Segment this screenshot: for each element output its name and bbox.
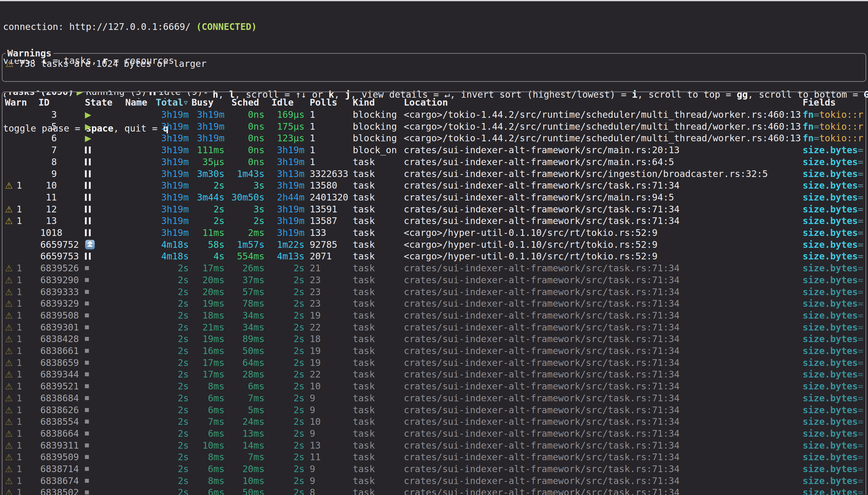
task-row[interactable]: ⚠168384282s19ms89ms2s18taskcrates/sui-in… [2,333,866,345]
task-row[interactable]: ⚠168393332s20ms57ms2s23taskcrates/sui-in… [2,286,866,298]
task-row[interactable]: 83h19m35µs0ns3h19m1taskcrates/sui-indexe… [2,156,866,168]
state-completed-icon [85,455,89,459]
task-state [85,203,91,215]
task-row[interactable]: 3▶3h19m3h19m0ns169µs1blocking<cargo>/tok… [2,109,866,121]
warning-icon: ⚠ [5,346,13,356]
task-row[interactable]: ⚠168395262s17ms26ms2s21taskcrates/sui-in… [2,262,866,274]
column-header-state[interactable]: State [85,97,112,108]
task-row[interactable]: ⚠168386742s8ms10ms2s9taskcrates/sui-inde… [2,475,866,487]
task-kind: task [353,380,375,392]
task-row[interactable]: ⚠168395082s18ms34ms2s19taskcrates/sui-in… [2,309,866,321]
warn-icon-cell: ⚠ [5,215,13,227]
task-row[interactable]: ⚠168395212s8ms6ms2s10taskcrates/sui-inde… [2,380,866,392]
task-row[interactable]: 73h19m111ms0ns3h19m1block_oncrates/sui-i… [2,144,866,156]
sched-duration: 28ms [232,368,265,380]
total-duration: 3h19m [156,144,189,156]
task-location: crates/sui-indexer-alt-framework/src/tas… [404,416,680,428]
task-row[interactable]: 6▶3h19m3h19m0ns123µs1blocking<cargo>/tok… [2,132,866,144]
sched-duration: 89ms [232,333,265,345]
task-row[interactable]: 113h19m3m44s30m50s2h44m2401320taskcrates… [2,191,866,203]
idle-duration: 2s [271,428,304,440]
field-equals: = [858,405,864,415]
task-row[interactable]: ⚠168395092s8ms7ms2s11taskcrates/sui-inde… [2,451,866,463]
task-kind: task [353,404,375,416]
warn-count: 1 [16,463,22,475]
warn-count: 1 [16,215,22,227]
task-row[interactable]: 66597534m18s4s554ms4m13s2071task<cargo>/… [2,250,866,262]
task-row[interactable]: ⚠168385022s6ms50ms2s8taskcrates/sui-inde… [2,487,866,495]
task-row[interactable]: ⚠168386642s6ms13ms2s9taskcrates/sui-inde… [2,428,866,440]
task-row[interactable]: 5▶3h19m3h19m0ns175µs1blocking<cargo>/tok… [2,121,866,133]
column-header-name[interactable]: Name [125,97,147,108]
polls-count: 9 [310,463,315,475]
task-row[interactable]: ⚠168392902s20ms37ms2s23taskcrates/sui-in… [2,274,866,286]
busy-duration: 8ms [191,451,224,463]
task-row[interactable]: ⚠168387142s6ms20ms2s9taskcrates/sui-inde… [2,463,866,475]
task-row[interactable]: ⚠168393012s21ms34ms2s22taskcrates/sui-in… [2,321,866,333]
task-fields: size.bytes= [803,274,864,286]
task-row[interactable]: ⚠168385542s7ms24ms2s10taskcrates/sui-ind… [2,416,866,428]
warn-icon-cell: ⚠ [5,297,13,309]
column-header-busy[interactable]: Busy [191,97,214,108]
polls-count: 1 [310,109,315,121]
task-kind: blocking [353,132,397,144]
idle-duration: 3h19m [271,227,304,239]
column-header-total[interactable]: Total▿ [156,97,187,108]
task-fields: size.bytes= [803,191,864,203]
task-row[interactable]: 66597524m18s58s1m57s1m22s92785task<cargo… [2,239,866,251]
state-completed-icon [85,361,89,365]
task-row[interactable]: ⚠1133h19m2s2s3h19m13587taskcrates/sui-in… [2,215,866,227]
total-duration: 2s [156,345,189,357]
sched-duration: 554ms [232,250,265,262]
field-equals: = [858,298,864,309]
column-header-sched[interactable]: Sched [232,97,259,108]
task-row[interactable]: ⚠168386262s6ms5ms2s9taskcrates/sui-index… [2,404,866,416]
warn-count: 1 [16,203,22,215]
field-value: tokio::r [819,121,864,132]
task-row[interactable]: ⚠1123h19m2s3s3h19m13591taskcrates/sui-in… [2,203,866,215]
task-row[interactable]: ⚠168386592s17ms64ms2s19taskcrates/sui-in… [2,357,866,369]
column-header-kind[interactable]: Kind [353,97,375,108]
column-header-warn[interactable]: Warn [5,97,27,108]
task-location: crates/sui-indexer-alt-framework/src/tas… [404,274,680,286]
task-row[interactable]: ⚠168386612s16ms50ms2s19taskcrates/sui-in… [2,345,866,357]
task-location: crates/sui-indexer-alt-framework/src/tas… [404,297,680,309]
warning-icon: ⚠ [5,322,13,332]
total-duration: 3h19m [156,132,189,144]
warning-icon: ⚠ [5,440,13,451]
task-id: 6839509 [40,451,79,463]
sched-duration: 0ns [232,121,265,133]
task-row[interactable]: ⚠168386842s6ms7ms2s9taskcrates/sui-index… [2,392,866,404]
column-header-id[interactable]: ID [38,97,49,108]
warning-icon: ⚠ [5,358,13,368]
column-header-polls[interactable]: Polls [310,97,337,108]
sched-duration: 34ms [232,309,265,321]
warn-count: 1 [16,392,22,404]
busy-duration: 35µs [191,156,224,168]
task-row[interactable]: 93h19m3m30s1m43s3h13m3322633taskcrates/s… [2,168,866,180]
busy-duration: 6ms [191,428,224,440]
field-key: size.bytes [803,405,858,415]
idle-duration: 2s [271,404,304,416]
idle-duration: 3h19m [271,215,304,227]
task-row[interactable]: ⚠168393292s19ms78ms2s23taskcrates/sui-in… [2,297,866,309]
warn-icon-cell: ⚠ [5,392,13,404]
sched-duration: 10ms [232,475,265,487]
warn-count: 1 [16,357,22,369]
column-header-location[interactable]: Location [404,97,448,108]
busy-duration: 58s [191,239,224,251]
task-row[interactable]: 10183h19m11ms2ms3h19m133task<cargo>/hype… [2,227,866,239]
task-id: 6839344 [40,368,79,380]
busy-duration: 6ms [191,463,224,475]
task-row[interactable]: ⚠168393442s17ms28ms2s22taskcrates/sui-in… [2,368,866,380]
sched-duration: 34ms [232,321,265,333]
column-header-idle[interactable]: Idle [271,97,294,108]
task-row[interactable]: ⚠1103h19m2s3s3h19m13580taskcrates/sui-in… [2,180,866,191]
task-state [85,368,89,380]
task-row[interactable]: ⚠168393112s10ms14ms2s13taskcrates/sui-in… [2,440,866,451]
task-kind: task [353,428,375,440]
field-key: size.bytes [803,310,858,321]
task-location: crates/sui-indexer-alt-framework/src/mai… [404,144,680,156]
column-header-fields[interactable]: Fields [803,97,836,108]
polls-count: 2071 [310,250,332,262]
